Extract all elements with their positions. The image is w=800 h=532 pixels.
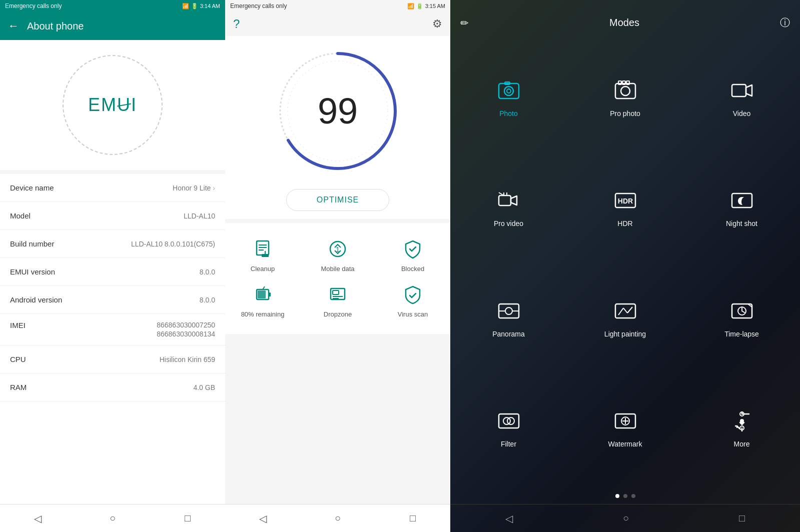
mode-panorama[interactable]: Panorama (450, 263, 567, 373)
optimizer-panel: Emergency calls only 📶 🔋 3:15 AM ? ⚙ 99 … (225, 0, 450, 532)
virus-scan-action[interactable]: Virus scan (375, 278, 450, 324)
battery-remaining-icon (253, 284, 273, 306)
svg-point-19 (507, 89, 511, 93)
recent-nav-btn-3[interactable]: □ (739, 512, 745, 524)
svg-rect-7 (262, 254, 269, 257)
back-nav-btn-2[interactable]: ◁ (253, 512, 273, 524)
android-version-value: 8.0.0 (200, 296, 215, 304)
hdr-icon: HDR (612, 188, 638, 214)
dropzone-icon (328, 284, 348, 306)
blocked-action[interactable]: Blocked (375, 233, 450, 278)
time-1: 3:14 AM (200, 3, 220, 9)
build-number-row: Build number LLD-AL10 8.0.0.101(C675) (0, 230, 225, 258)
help-icon[interactable]: ? (233, 17, 240, 31)
home-nav-btn-3[interactable]: ○ (623, 512, 629, 524)
android-version-row: Android version 8.0.0 (0, 286, 225, 314)
emui-version-label: EMUI version (10, 268, 55, 276)
settings-icon[interactable]: ⚙ (432, 18, 442, 30)
video-icon (729, 78, 755, 104)
svg-line-41 (627, 307, 632, 313)
watermark-label: Watermark (608, 440, 642, 448)
pro-photo-icon (612, 78, 638, 104)
device-info-section: Device name Honor 9 Lite › Model LLD-AL1… (0, 174, 225, 504)
mode-hdr[interactable]: HDR HDR (567, 152, 683, 262)
mobile-data-label: Mobile data (321, 265, 354, 272)
actions-grid: Cleanup 1 Mobile data Blocked (225, 223, 450, 334)
time-lapse-label: Time-lapse (724, 330, 759, 338)
home-nav-btn-2[interactable]: ○ (328, 512, 348, 524)
battery-action[interactable]: 80% remaining (225, 278, 300, 324)
cpu-value: Hisilicon Kirin 659 (160, 356, 215, 364)
svg-point-35 (505, 308, 512, 314)
build-number-value: LLD-AL10 8.0.0.101(C675) (131, 240, 215, 248)
emui-version-value: 8.0.0 (200, 268, 215, 276)
back-nav-btn-3[interactable]: ◁ (505, 512, 513, 524)
photo-icon (496, 78, 522, 104)
optimizer-header: ? ⚙ (225, 12, 450, 36)
night-shot-label: Night shot (726, 220, 757, 228)
info-icon[interactable]: ⓘ (780, 16, 790, 30)
time-2: 3:15 AM (425, 3, 445, 9)
recent-nav-btn-1[interactable]: □ (178, 512, 198, 524)
recent-nav-btn-2[interactable]: □ (403, 512, 423, 524)
device-name-value: Honor 9 Lite › (173, 184, 215, 192)
mobile-data-action[interactable]: 1 Mobile data (300, 233, 375, 278)
device-name-row[interactable]: Device name Honor 9 Lite › (0, 174, 225, 202)
mode-filter[interactable]: Filter (450, 373, 567, 483)
svg-rect-26 (732, 84, 746, 96)
panorama-label: Panorama (492, 330, 525, 338)
modes-title: Modes (469, 17, 780, 28)
model-value: LLD-AL10 (184, 212, 215, 220)
pro-photo-label: Pro photo (610, 110, 640, 118)
pro-video-icon (496, 188, 522, 214)
back-button[interactable]: ← (8, 20, 19, 32)
cpu-row: CPU Hisilicon Kirin 659 (0, 346, 225, 374)
mode-pro-photo[interactable]: Pro photo (567, 42, 683, 152)
emui-version-row: EMUI version 8.0.0 (0, 258, 225, 286)
virus-scan-icon (403, 284, 423, 306)
svg-rect-14 (333, 290, 339, 294)
mode-pro-video[interactable]: Pro video (450, 152, 567, 262)
status-icons-1: 📶 🔋 3:14 AM (182, 3, 220, 10)
svg-text:HDR: HDR (617, 197, 632, 205)
mode-photo[interactable]: Photo (450, 42, 567, 152)
chevron-icon: › (213, 184, 215, 192)
pagination-dots (450, 488, 800, 504)
svg-rect-27 (499, 196, 511, 206)
cleanup-icon (253, 239, 273, 261)
virus-scan-label: Virus scan (398, 310, 428, 318)
time-lapse-icon (729, 298, 755, 324)
svg-rect-17 (499, 84, 519, 98)
svg-point-18 (504, 86, 513, 96)
dot-3 (631, 494, 635, 498)
model-label: Model (10, 212, 31, 220)
battery-icon-2: 🔋 (416, 3, 423, 10)
imei-value: 866863030007250 866863030008134 (157, 321, 215, 338)
mode-more[interactable]: More (683, 373, 800, 483)
status-bar-1: Emergency calls only 📶 🔋 3:14 AM (0, 0, 225, 12)
svg-line-39 (618, 308, 623, 315)
home-nav-btn-1[interactable]: ○ (103, 512, 123, 524)
mode-light-painting[interactable]: Light painting (567, 263, 683, 373)
bottom-nav-3: ◁ ○ □ (450, 504, 800, 532)
video-label: Video (733, 110, 751, 118)
filter-icon (496, 408, 522, 434)
optimise-button[interactable]: OPTIMISE (286, 189, 389, 211)
dot-1 (615, 494, 619, 498)
device-name-label: Device name (10, 184, 54, 192)
mode-night-shot[interactable]: Night shot (683, 152, 800, 262)
dropzone-action[interactable]: Dropzone (300, 278, 375, 324)
blocked-icon (403, 239, 423, 261)
edit-icon[interactable]: ✏ (460, 17, 469, 29)
back-nav-btn-1[interactable]: ◁ (28, 512, 48, 524)
optimise-btn-container: OPTIMISE (225, 181, 450, 219)
mode-watermark[interactable]: Watermark (567, 373, 683, 483)
mode-time-lapse[interactable]: Time-lapse (683, 263, 800, 373)
status-icons-2: 📶 🔋 3:15 AM (407, 3, 445, 10)
ram-value: 4.0 GB (193, 384, 215, 392)
mode-video[interactable]: Video (683, 42, 800, 152)
modes-status-bar (450, 0, 800, 12)
dot-2 (623, 494, 627, 498)
emui-logo: EMUI (88, 94, 137, 116)
cleanup-action[interactable]: Cleanup (225, 233, 300, 278)
